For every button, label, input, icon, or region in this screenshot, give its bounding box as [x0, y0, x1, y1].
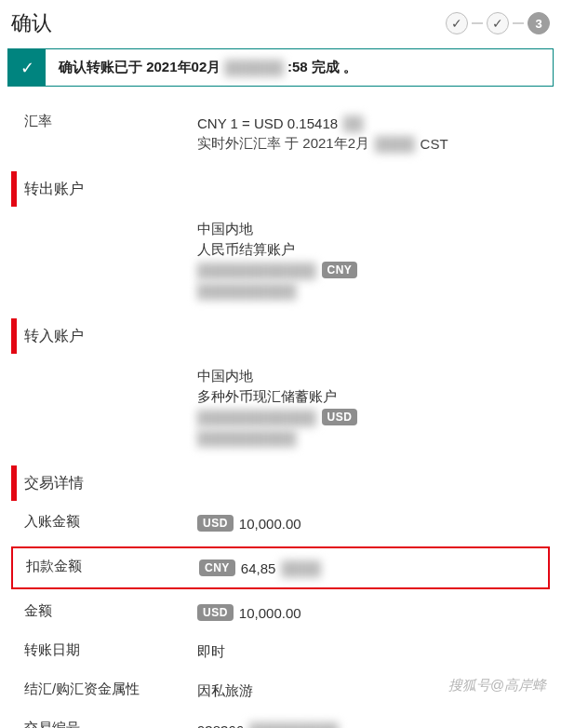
rate-label: 汇率 — [11, 113, 197, 130]
rate-value: CNY 1 = USD 0.15418 ██ 实时外汇汇率 于 2021年2月 … — [197, 113, 550, 154]
page-header: 确认 3 — [7, 9, 554, 48]
amount-label: 金额 — [11, 602, 197, 620]
debit-highlight-box: 扣款金额 CNY 64,85████ — [11, 546, 550, 589]
date-value: 即时 — [197, 643, 225, 661]
currency-badge: USD — [197, 604, 234, 621]
to-region: 中国内地 — [197, 368, 253, 385]
currency-badge: CNY — [199, 559, 235, 576]
credit-label: 入账金额 — [11, 513, 197, 531]
step-2-done-icon — [487, 12, 509, 34]
nature-value: 因私旅游 — [197, 682, 253, 700]
to-account-section: 转入账户 — [11, 316, 550, 357]
credit-amount-row: 入账金额 USD 10,000.00 — [11, 504, 550, 543]
amount-row: 金额 USD 10,000.00 — [11, 593, 550, 632]
credit-value: 10,000.00 — [239, 516, 301, 532]
step-3-current: 3 — [528, 12, 550, 34]
txn-id-row: 交易编号 938366█████████ — [11, 710, 550, 728]
details-section: 交易详情 — [11, 463, 550, 504]
txn-value-visible: 938366 — [197, 722, 244, 729]
to-account-title: 转入账户 — [24, 327, 84, 346]
redacted-text: ██████ — [224, 60, 284, 75]
section-marker — [11, 171, 17, 207]
rate-line2-prefix: 实时外汇汇率 于 2021年2月 — [197, 135, 369, 153]
redacted-text: ████ — [281, 560, 321, 576]
redacted-text: ████ — [375, 136, 415, 152]
debit-label: 扣款金额 — [13, 558, 199, 575]
currency-badge: CNY — [322, 262, 358, 278]
step-connector — [472, 22, 483, 24]
details-title: 交易详情 — [24, 474, 84, 493]
exchange-rate-row: 汇率 CNY 1 = USD 0.15418 ██ 实时外汇汇率 于 2021年… — [11, 103, 550, 163]
success-text-suffix: :58 完成 。 — [287, 59, 357, 76]
from-account-row: 中国内地 人民币结算账户 ████████████ CNY ██████████ — [11, 209, 550, 310]
section-marker — [11, 465, 17, 501]
to-account-row: 中国内地 多种外币现汇储蓄账户 ████████████ USD ███████… — [11, 357, 550, 457]
nature-label: 结汇/购汇资金属性 — [11, 681, 197, 698]
success-banner: ✓ 确认转账已于 2021年02月 ██████ :58 完成 。 — [7, 48, 554, 87]
check-icon: ✓ — [8, 49, 46, 86]
from-type: 人民币结算账户 — [197, 241, 295, 259]
redacted-text: █████████ — [249, 722, 339, 729]
debit-value-visible: 64,85 — [241, 560, 276, 576]
to-account-number: ████████████ — [197, 410, 316, 425]
from-account-section: 转出账户 — [11, 169, 550, 209]
success-text-prefix: 确认转账已于 2021年02月 — [59, 59, 220, 76]
success-message: 确认转账已于 2021年02月 ██████ :58 完成 。 — [46, 49, 370, 86]
redacted-text: ██ — [343, 115, 363, 131]
step-connector — [513, 22, 524, 24]
section-marker — [11, 318, 17, 354]
to-type: 多种外币现汇储蓄账户 — [197, 388, 337, 406]
redacted-text: ██████████ — [197, 430, 296, 446]
step-1-done-icon — [446, 12, 468, 34]
currency-badge: USD — [197, 515, 234, 532]
from-account-number: ████████████ — [197, 263, 316, 278]
currency-badge: USD — [322, 409, 358, 425]
from-region: 中国内地 — [197, 221, 253, 238]
from-account-title: 转出账户 — [24, 180, 84, 199]
debit-amount-row: 扣款金额 CNY 64,85████ — [13, 548, 548, 587]
redacted-text: ██████████ — [197, 283, 296, 299]
date-label: 转账日期 — [11, 641, 197, 659]
transfer-date-row: 转账日期 即时 — [11, 632, 550, 671]
amount-value: 10,000.00 — [239, 605, 301, 621]
rate-line2-suffix: CST — [421, 136, 448, 152]
txn-label: 交易编号 — [11, 720, 197, 728]
content-body: 汇率 CNY 1 = USD 0.15418 ██ 实时外汇汇率 于 2021年… — [7, 103, 554, 728]
rate-line1: CNY 1 = USD 0.15418 — [197, 115, 338, 131]
step-indicator: 3 — [446, 12, 550, 34]
fund-nature-row: 结汇/购汇资金属性 因私旅游 — [11, 671, 550, 710]
page-title: 确认 — [11, 9, 52, 37]
